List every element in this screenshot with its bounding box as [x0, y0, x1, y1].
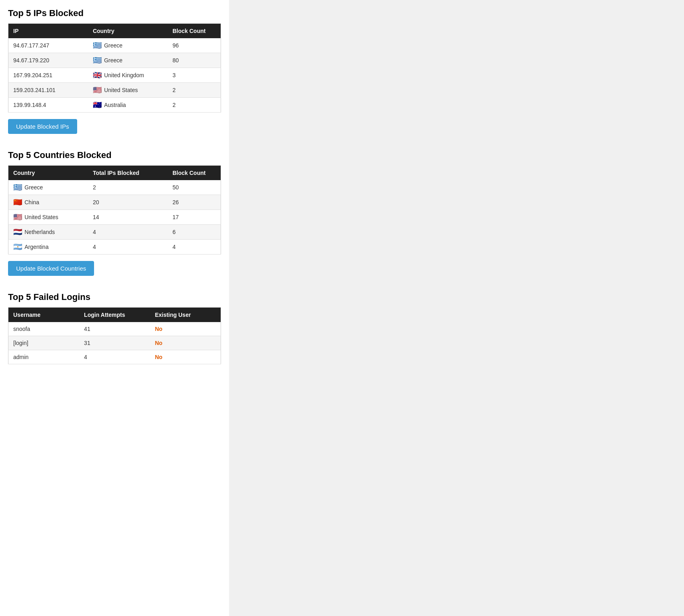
ip-country: 🇬🇷 Greece: [88, 53, 168, 68]
block-count: 80: [168, 53, 221, 68]
block-count: 96: [168, 38, 221, 53]
top5-countries-title: Top 5 Countries Blocked: [8, 150, 221, 160]
logins-col-existing: Existing User: [150, 308, 221, 322]
country-name: Greece: [104, 42, 123, 49]
table-row: 167.99.204.251 🇬🇧 United Kingdom 3: [8, 68, 221, 83]
country-name: Greece: [25, 184, 43, 191]
block-count: 4: [168, 240, 221, 255]
country-name: Greece: [104, 57, 123, 64]
login-attempts: 4: [79, 350, 150, 364]
total-ips: 4: [88, 240, 168, 255]
top5-ips-table: IP Country Block Count 94.67.177.247 🇬🇷 …: [8, 23, 221, 113]
country-name: Australia: [104, 102, 126, 108]
existing-user: No: [150, 322, 221, 336]
table-row: admin 4 No: [8, 350, 221, 364]
country-cell: 🇨🇳 China: [8, 195, 88, 210]
existing-user: No: [150, 350, 221, 364]
top5-ips-title: Top 5 IPs Blocked: [8, 8, 221, 18]
country-cell: 🇳🇱 Netherlands: [8, 225, 88, 240]
ip-country: 🇬🇧 United Kingdom: [88, 68, 168, 83]
ip-address: 167.99.204.251: [8, 68, 88, 83]
flag-icon: 🇬🇷: [13, 184, 22, 191]
table-row: 139.99.148.4 🇦🇺 Australia 2: [8, 98, 221, 113]
logins-col-username: Username: [8, 308, 80, 322]
country-cell: 🇦🇷 Argentina: [8, 240, 88, 255]
block-count: 17: [168, 210, 221, 225]
block-count: 2: [168, 83, 221, 98]
ip-country: 🇬🇷 Greece: [88, 38, 168, 53]
table-row: 🇦🇷 Argentina 4 4: [8, 240, 221, 255]
table-row: 159.203.241.101 🇺🇸 United States 2: [8, 83, 221, 98]
countries-col-blockcount: Block Count: [168, 166, 221, 181]
countries-col-country: Country: [8, 166, 88, 181]
total-ips: 4: [88, 225, 168, 240]
flag-icon: 🇺🇸: [13, 214, 22, 221]
total-ips: 20: [88, 195, 168, 210]
ip-country: 🇺🇸 United States: [88, 83, 168, 98]
ips-col-blockcount: Block Count: [168, 24, 221, 39]
main-content: Top 5 IPs Blocked IP Country Block Count…: [0, 0, 229, 616]
country-cell: 🇬🇷 Greece: [8, 180, 88, 195]
top5-countries-table: Country Total IPs Blocked Block Count 🇬🇷…: [8, 165, 221, 255]
update-blocked-countries-button[interactable]: Update Blocked Countries: [8, 261, 94, 276]
login-attempts: 31: [79, 336, 150, 350]
total-ips: 2: [88, 180, 168, 195]
top5-logins-table: Username Login Attempts Existing User sn…: [8, 307, 221, 364]
block-count: 2: [168, 98, 221, 113]
username: snoofa: [8, 322, 80, 336]
flag-icon: 🇳🇱: [13, 228, 22, 236]
country-name: United Kingdom: [104, 72, 144, 78]
top5-logins-section: Top 5 Failed Logins Username Login Attem…: [8, 292, 221, 364]
username: admin: [8, 350, 80, 364]
username: [login]: [8, 336, 80, 350]
flag-icon: 🇨🇳: [13, 199, 22, 206]
top5-countries-section: Top 5 Countries Blocked Country Total IP…: [8, 150, 221, 288]
logins-col-attempts: Login Attempts: [79, 308, 150, 322]
top5-ips-section: Top 5 IPs Blocked IP Country Block Count…: [8, 8, 221, 146]
block-count: 6: [168, 225, 221, 240]
table-row: 🇺🇸 United States 14 17: [8, 210, 221, 225]
ip-country: 🇦🇺 Australia: [88, 98, 168, 113]
block-count: 3: [168, 68, 221, 83]
total-ips: 14: [88, 210, 168, 225]
table-row: 🇬🇷 Greece 2 50: [8, 180, 221, 195]
country-name: United States: [104, 87, 138, 93]
flag-icon: 🇦🇷: [13, 243, 22, 251]
ip-address: 139.99.148.4: [8, 98, 88, 113]
table-row: snoofa 41 No: [8, 322, 221, 336]
country-cell: 🇺🇸 United States: [8, 210, 88, 225]
update-blocked-ips-button[interactable]: Update Blocked IPs: [8, 119, 77, 134]
existing-user: No: [150, 336, 221, 350]
ips-col-country: Country: [88, 24, 168, 39]
table-row: 94.67.179.220 🇬🇷 Greece 80: [8, 53, 221, 68]
flag-icon: 🇺🇸: [93, 86, 102, 94]
flag-icon: 🇦🇺: [93, 101, 102, 109]
block-count: 50: [168, 180, 221, 195]
table-row: [login] 31 No: [8, 336, 221, 350]
block-count: 26: [168, 195, 221, 210]
country-name: Argentina: [25, 244, 49, 250]
table-row: 🇨🇳 China 20 26: [8, 195, 221, 210]
table-row: 🇳🇱 Netherlands 4 6: [8, 225, 221, 240]
top5-logins-title: Top 5 Failed Logins: [8, 292, 221, 302]
ip-address: 94.67.179.220: [8, 53, 88, 68]
ip-address: 159.203.241.101: [8, 83, 88, 98]
country-name: Netherlands: [25, 229, 55, 235]
country-name: China: [25, 199, 39, 205]
country-name: United States: [25, 214, 58, 220]
flag-icon: 🇬🇷: [93, 42, 102, 49]
flag-icon: 🇬🇷: [93, 57, 102, 64]
ips-col-ip: IP: [8, 24, 88, 39]
table-row: 94.67.177.247 🇬🇷 Greece 96: [8, 38, 221, 53]
countries-col-totalips: Total IPs Blocked: [88, 166, 168, 181]
flag-icon: 🇬🇧: [93, 72, 102, 79]
right-panel: [229, 0, 684, 616]
login-attempts: 41: [79, 322, 150, 336]
ip-address: 94.67.177.247: [8, 38, 88, 53]
